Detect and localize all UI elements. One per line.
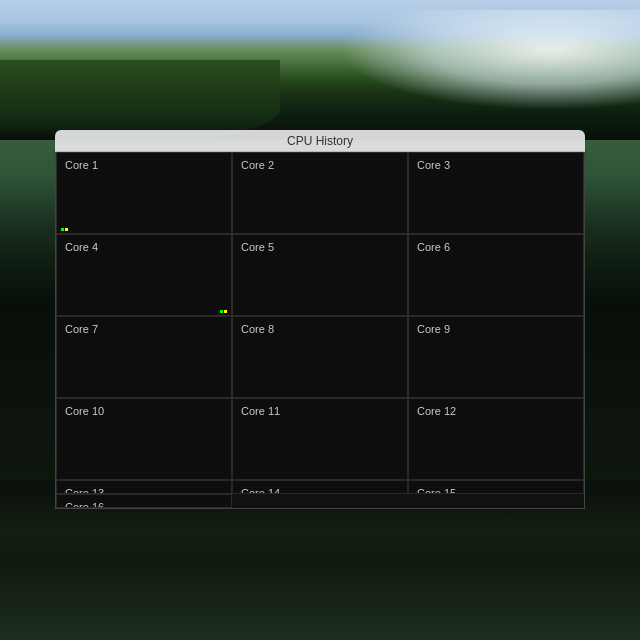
core5-graph [233,255,407,315]
trees-top [0,60,280,140]
core3-graph [409,173,583,233]
core15-graph [409,480,583,493]
core12-graph [409,419,583,479]
core7-graph [57,337,231,397]
core11-cell: Core 11 [232,398,408,480]
activity-dot-green2 [220,310,223,313]
core14-cell: Core 14 [232,480,408,494]
window-titlebar: CPU History [55,130,585,152]
activity-dot-green [61,228,64,231]
core5-label: Core 5 [241,241,274,253]
core9-cell: Core 9 [408,316,584,398]
core4-label: Core 4 [65,241,98,253]
core6-cell: Core 6 [408,234,584,316]
core5-cell: Core 5 [232,234,408,316]
core8-cell: Core 8 [232,316,408,398]
core14-graph [233,480,407,493]
core2-graph [233,173,407,233]
core13-graph [57,480,231,493]
core8-graph [233,337,407,397]
trees-bottom [0,520,640,640]
core9-label: Core 9 [417,323,450,335]
window-title: CPU History [287,134,353,148]
core4-cell: Core 4 [56,234,232,316]
core16-graph [57,494,231,507]
core1-cell: Core 1 [56,152,232,234]
core4-graph [57,255,231,315]
core10-graph [57,419,231,479]
core1-label: Core 1 [65,159,98,171]
core16-cell: Core 16 [56,494,232,508]
core3-cell: Core 3 [408,152,584,234]
core15-cell: Core 15 [408,480,584,494]
core10-label: Core 10 [65,405,104,417]
core2-label: Core 2 [241,159,274,171]
core2-cell: Core 2 [232,152,408,234]
core11-label: Core 11 [241,405,280,417]
core3-label: Core 3 [417,159,450,171]
activity-dot-yellow [65,228,68,231]
core12-label: Core 12 [417,405,456,417]
core1-graph [57,173,231,233]
core8-label: Core 8 [241,323,274,335]
cpu-grid: Core 1 Core 2 Core 3 Core 4 [56,152,584,508]
cpu-history-window: CPU History Core 1 Core 2 Core 3 [55,130,585,509]
core13-cell: Core 13 [56,480,232,494]
clouds [340,10,640,110]
core6-graph [409,255,583,315]
core12-cell: Core 12 [408,398,584,480]
core9-graph [409,337,583,397]
activity-dot-yellow2 [224,310,227,313]
core11-graph [233,419,407,479]
window-body: Core 1 Core 2 Core 3 Core 4 [55,152,585,509]
core7-cell: Core 7 [56,316,232,398]
core10-cell: Core 10 [56,398,232,480]
core6-label: Core 6 [417,241,450,253]
core1-activity [61,228,68,231]
core7-label: Core 7 [65,323,98,335]
core4-activity [220,310,227,313]
